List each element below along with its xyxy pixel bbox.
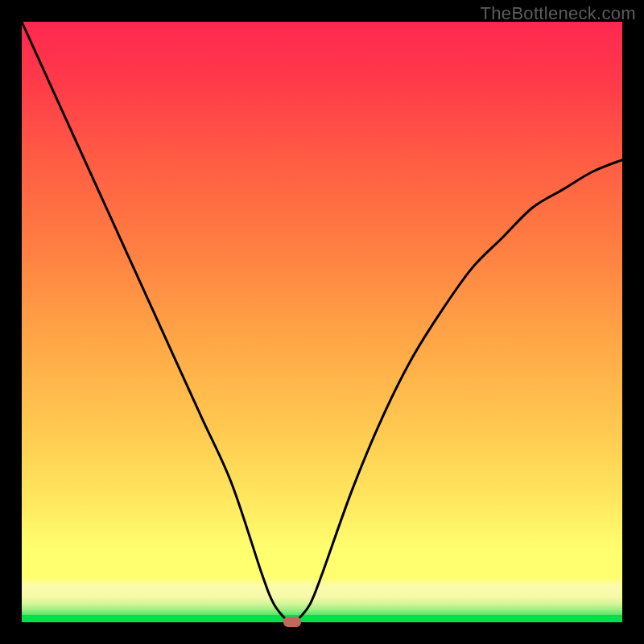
min-point-marker: [283, 617, 301, 627]
bottleneck-curve: [22, 22, 622, 622]
outer-frame: TheBottleneck.com: [0, 0, 644, 644]
curve-layer: [22, 22, 622, 622]
watermark-text: TheBottleneck.com: [481, 3, 636, 24]
